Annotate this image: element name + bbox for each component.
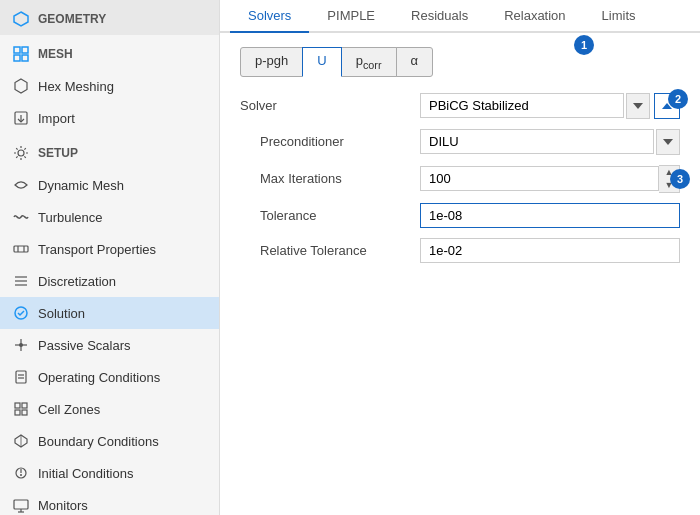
turbulence-icon — [12, 208, 30, 226]
svg-point-17 — [19, 343, 23, 347]
sidebar-item-initial[interactable]: Initial Conditions — [0, 457, 219, 489]
tab-relaxation[interactable]: Relaxation — [486, 0, 583, 33]
svg-rect-29 — [14, 500, 28, 509]
sidebar-item-import[interactable]: Import — [0, 102, 219, 134]
sub-tab-U[interactable]: U — [302, 47, 341, 77]
svg-point-28 — [20, 474, 22, 476]
tolerance-label: Tolerance — [240, 208, 420, 223]
import-icon — [12, 109, 30, 127]
preconditioner-label: Preconditioner — [240, 134, 420, 149]
svg-rect-22 — [22, 403, 27, 408]
chevron-down-icon — [663, 139, 673, 145]
chevron-down-icon — [633, 103, 643, 109]
sub-tab-alpha[interactable]: α — [396, 47, 434, 77]
sidebar-item-operating[interactable]: Operating Conditions — [0, 361, 219, 393]
relative-tolerance-control — [420, 238, 680, 263]
sub-tabs: p-pgh U pcorr α — [240, 47, 680, 77]
geometry-icon — [12, 10, 30, 28]
top-tabs: Solvers PIMPLE Residuals Relaxation Limi… — [220, 0, 700, 33]
svg-rect-24 — [22, 410, 27, 415]
svg-rect-18 — [16, 371, 26, 383]
sidebar-item-cell-zones[interactable]: Cell Zones — [0, 393, 219, 425]
svg-rect-3 — [14, 55, 20, 61]
preconditioner-row: Preconditioner DILU — [240, 129, 680, 155]
sidebar-item-setup[interactable]: SETUP — [0, 134, 219, 169]
max-iterations-control: ▲ ▼ — [420, 165, 680, 193]
tab-solvers[interactable]: Solvers — [230, 0, 309, 33]
operating-icon — [12, 368, 30, 386]
monitors-icon — [12, 496, 30, 514]
solver-label: Solver — [240, 98, 420, 113]
tab-residuals[interactable]: Residuals — [393, 0, 486, 33]
sidebar-item-monitors[interactable]: Monitors — [0, 489, 219, 515]
cell-icon — [12, 400, 30, 418]
tab-pimple[interactable]: PIMPLE — [309, 0, 393, 33]
badge-3: 3 — [670, 169, 690, 189]
sub-tab-pcorr[interactable]: pcorr — [341, 47, 397, 77]
sidebar-item-dynamic-mesh[interactable]: Dynamic Mesh — [0, 169, 219, 201]
tolerance-row: Tolerance — [240, 203, 680, 228]
svg-rect-4 — [22, 55, 28, 61]
mesh-icon — [12, 45, 30, 63]
relative-tolerance-input[interactable] — [420, 238, 680, 263]
setup-icon — [12, 144, 30, 162]
sidebar-item-mesh[interactable]: MESH — [0, 35, 219, 70]
transport-icon — [12, 240, 30, 258]
sidebar-item-turbulence[interactable]: Turbulence — [0, 201, 219, 233]
sidebar: GEOMETRY MESH Hex Meshing Import SETUP D… — [0, 0, 220, 515]
sidebar-item-solution[interactable]: Solution — [0, 297, 219, 329]
svg-rect-21 — [15, 403, 20, 408]
svg-rect-23 — [15, 410, 20, 415]
content-area: 1 p-pgh U pcorr α 2 Solver PBiCG Stabili… — [220, 33, 700, 515]
passive-icon — [12, 336, 30, 354]
main-content: Solvers PIMPLE Residuals Relaxation Limi… — [220, 0, 700, 515]
form-section: 2 Solver PBiCG Stabilized — [240, 93, 680, 263]
relative-tolerance-row: Relative Tolerance — [240, 238, 680, 263]
svg-marker-0 — [14, 12, 28, 26]
max-iterations-row: Max Iterations ▲ ▼ 3 — [240, 165, 680, 193]
relative-tolerance-label: Relative Tolerance — [240, 243, 420, 258]
max-iterations-label: Max Iterations — [240, 171, 420, 186]
initial-icon — [12, 464, 30, 482]
preconditioner-control: DILU — [420, 129, 680, 155]
tolerance-input[interactable] — [420, 203, 680, 228]
disc-icon — [12, 272, 30, 290]
sidebar-item-boundary[interactable]: Boundary Conditions — [0, 425, 219, 457]
dynamic-icon — [12, 176, 30, 194]
solution-icon — [12, 304, 30, 322]
boundary-icon — [12, 432, 30, 450]
sidebar-item-transport[interactable]: Transport Properties — [0, 233, 219, 265]
tolerance-control — [420, 203, 680, 228]
svg-point-7 — [18, 150, 24, 156]
solver-dropdown-arrow[interactable] — [626, 93, 650, 119]
preconditioner-select[interactable]: DILU — [420, 129, 654, 154]
hex-icon — [12, 77, 30, 95]
badge-2: 2 — [668, 89, 688, 109]
sidebar-item-discretization[interactable]: Discretization — [0, 265, 219, 297]
sidebar-item-hex-meshing[interactable]: Hex Meshing — [0, 70, 219, 102]
sidebar-item-passive[interactable]: Passive Scalars — [0, 329, 219, 361]
solver-control: PBiCG Stabilized — [420, 93, 680, 119]
tab-limits[interactable]: Limits — [584, 0, 654, 33]
svg-rect-1 — [14, 47, 20, 53]
svg-rect-2 — [22, 47, 28, 53]
solver-select[interactable]: PBiCG Stabilized — [420, 93, 624, 118]
svg-rect-8 — [14, 246, 28, 252]
sub-tab-ppgh[interactable]: p-pgh — [240, 47, 303, 77]
preconditioner-dropdown-arrow[interactable] — [656, 129, 680, 155]
solver-row: Solver PBiCG Stabilized — [240, 93, 680, 119]
max-iterations-input[interactable] — [420, 166, 659, 191]
sidebar-item-geometry[interactable]: GEOMETRY — [0, 0, 219, 35]
